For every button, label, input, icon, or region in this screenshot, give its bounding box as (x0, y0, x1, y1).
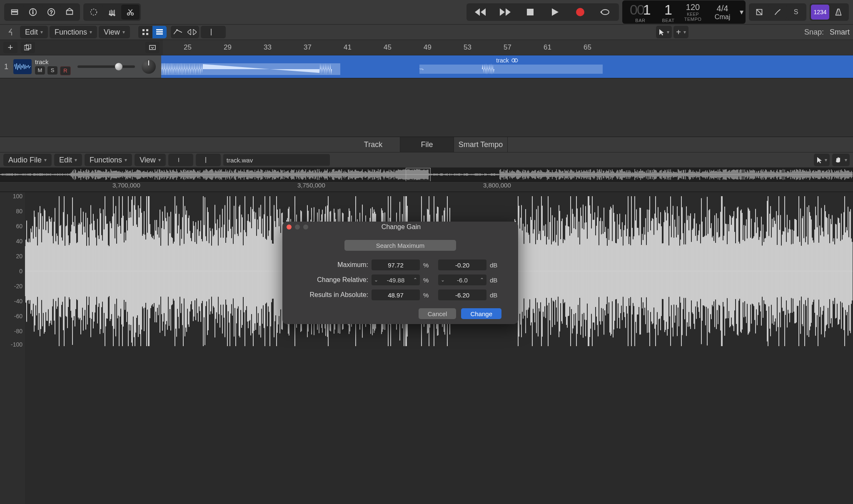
absolute-db-field[interactable]: -6.20 (438, 289, 486, 300)
overview-selection[interactable] (406, 168, 431, 182)
svg-marker-19 (506, 8, 511, 16)
waveform-overview[interactable] (0, 168, 853, 182)
scissors-button[interactable] (121, 5, 140, 20)
info-button[interactable] (24, 5, 42, 20)
pointer-tool[interactable]: ▾ (656, 26, 672, 38)
svg-rect-29 (142, 33, 145, 35)
catch-icon[interactable] (201, 26, 226, 38)
cycle-button[interactable] (593, 5, 618, 20)
close-icon[interactable] (287, 225, 292, 230)
forward-button[interactable] (493, 5, 518, 20)
svg-text:?: ? (50, 10, 53, 15)
svg-rect-28 (146, 29, 148, 31)
volume-slider[interactable] (77, 65, 135, 68)
functions-menu[interactable]: Functions▾ (50, 26, 97, 38)
editor-cycle-icon[interactable] (168, 154, 193, 166)
snap-value[interactable]: Smart (830, 28, 850, 37)
svg-rect-33 (156, 33, 163, 35)
tab-track[interactable]: Track (347, 137, 400, 152)
svg-point-11 (114, 15, 115, 16)
view-list-icon[interactable] (152, 26, 167, 38)
svg-point-7 (91, 9, 97, 15)
solo-button[interactable]: S (787, 5, 805, 20)
track-header[interactable]: 1 track M S R (0, 55, 161, 78)
record-enable-button[interactable]: R (60, 66, 71, 75)
relative-db-stepper[interactable]: ⌄ -6.0 ⌃ (438, 274, 486, 285)
snap-label: Snap: (800, 28, 828, 37)
pan-knob[interactable] (142, 60, 156, 74)
chevron-down-icon[interactable]: ⌄ (372, 274, 381, 285)
record-button[interactable] (568, 5, 593, 20)
cancel-button[interactable]: Cancel (419, 308, 456, 319)
svg-marker-35 (187, 29, 191, 35)
lcd-display[interactable]: 00 1 BAR 1 BEAT 120 KEEP TEMPO 4/4 Cmaj … (622, 0, 746, 24)
edit-menu[interactable]: Edit▾ (20, 26, 48, 38)
library-button[interactable] (5, 5, 24, 20)
toolbox-button[interactable] (60, 5, 79, 20)
duplicate-track-button[interactable] (21, 42, 35, 53)
flex-icon[interactable] (185, 26, 199, 38)
relative-percent-stepper[interactable]: ⌄ -49.88 ⌃ (372, 274, 420, 285)
svg-point-34 (176, 29, 178, 31)
svg-rect-0 (12, 10, 18, 12)
change-button[interactable]: Change (461, 308, 501, 319)
audio-region[interactable]: track (161, 55, 853, 78)
sample-ruler[interactable]: 3,700,000 3,750,000 3,800,000 (0, 182, 853, 192)
zoom-icon (303, 225, 308, 230)
chevron-up-icon[interactable]: ⌃ (477, 274, 486, 285)
audio-file-menu[interactable]: Audio File▾ (3, 154, 52, 166)
mute-button[interactable]: M (35, 66, 45, 75)
svg-marker-22 (600, 11, 601, 13)
chevron-down-icon[interactable]: ⌄ (438, 274, 447, 285)
editor-pointer-tool[interactable]: ▾ (814, 154, 830, 166)
maximum-percent-field[interactable]: 97.72 (372, 259, 420, 270)
tuner-button[interactable] (103, 5, 121, 20)
tab-smart-tempo[interactable]: Smart Tempo (454, 137, 508, 152)
editor-view-menu[interactable]: View▾ (135, 154, 166, 166)
svg-marker-18 (500, 8, 505, 16)
editor-catch-icon[interactable] (196, 154, 221, 166)
change-gain-dialog: Change Gain Search Maximum Maximum: 97.7… (282, 222, 518, 324)
search-maximum-button[interactable]: Search Maximum (344, 240, 456, 251)
lcd-bar: 1 (643, 2, 651, 18)
view-grid-icon[interactable] (138, 26, 152, 38)
note-repeat-button[interactable] (750, 5, 768, 20)
add-tool[interactable]: +▾ (673, 26, 688, 38)
chevron-up-icon[interactable]: ⌃ (411, 274, 420, 285)
svg-marker-45 (817, 157, 822, 163)
lcd-bar-pad: 00 (630, 2, 644, 18)
absolute-percent-field[interactable]: 48.97 (372, 289, 420, 300)
lcd-dropdown-icon[interactable]: ▾ (737, 7, 746, 17)
svg-point-4 (32, 10, 33, 10)
editor-functions-menu[interactable]: Functions▾ (85, 154, 132, 166)
solo-track-button[interactable]: S (47, 66, 57, 75)
global-tracks-button[interactable] (145, 42, 160, 53)
stop-button[interactable] (518, 5, 543, 20)
bar-ruler[interactable]: 25 29 33 37 41 45 49 53 57 61 65 (163, 40, 853, 55)
master-volume-button[interactable] (829, 5, 848, 20)
svg-rect-1 (12, 12, 18, 15)
view-menu[interactable]: View▾ (99, 26, 130, 38)
tab-file[interactable]: File (400, 137, 454, 152)
help-button[interactable]: ? (42, 5, 60, 20)
editor-edit-menu[interactable]: Edit▾ (54, 154, 82, 166)
dialog-title: Change Gain (308, 223, 494, 231)
metronome-button[interactable] (85, 5, 103, 20)
rewind-button[interactable] (468, 5, 493, 20)
svg-marker-36 (193, 29, 197, 35)
filename-field[interactable]: track.wav (223, 154, 330, 166)
play-button[interactable] (543, 5, 568, 20)
back-arrow-icon[interactable] (3, 26, 18, 38)
master-button[interactable]: 1234 (811, 5, 829, 20)
svg-marker-16 (475, 8, 480, 16)
svg-rect-20 (527, 9, 534, 15)
editor-hand-tool[interactable]: ▾ (832, 154, 850, 166)
brush-button[interactable] (768, 5, 787, 20)
svg-marker-17 (481, 8, 486, 16)
minimize-icon (295, 225, 300, 230)
automation-icon[interactable] (171, 26, 185, 38)
svg-line-24 (757, 10, 762, 15)
maximum-db-field[interactable]: -0.20 (438, 259, 486, 270)
tracks-empty-area[interactable] (0, 78, 853, 137)
add-track-button[interactable]: + (3, 42, 17, 53)
